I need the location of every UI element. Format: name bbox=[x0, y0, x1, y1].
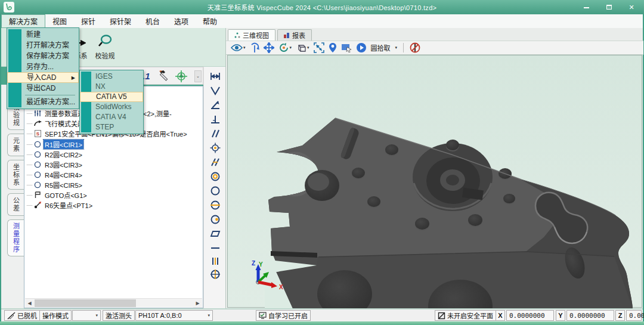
menu-solution[interactable]: 解决方案 bbox=[1, 14, 45, 28]
distance-icon[interactable] bbox=[209, 70, 222, 82]
rotate-view-icon[interactable]: ▾ bbox=[278, 42, 292, 53]
minimize-button[interactable] bbox=[580, 2, 593, 13]
op-mode-select[interactable]: ▾ bbox=[72, 310, 101, 321]
concentricity-icon[interactable] bbox=[209, 171, 222, 182]
tab-3d-view[interactable]: 三维视图 bbox=[228, 29, 275, 41]
flatness-icon[interactable] bbox=[209, 228, 222, 240]
axis-y-label: Y bbox=[259, 261, 263, 268]
menu-item-recent-solutions[interactable]: 最近解决方案... bbox=[7, 97, 79, 107]
angularity-icon[interactable] bbox=[209, 156, 222, 168]
tree-item-circle-r4[interactable]: R4圆<CIR4> bbox=[27, 170, 83, 179]
view-tab-bar: 三维视图 报表 bbox=[226, 29, 312, 41]
menu-item-import-cad[interactable]: 导入CAD▶ bbox=[7, 72, 79, 83]
tree-horizontal-scrollbar[interactable]: ◀ ▶ bbox=[25, 298, 202, 307]
orbit-rotate-icon[interactable] bbox=[250, 42, 259, 53]
play-run-icon[interactable] bbox=[356, 42, 367, 53]
view-toolbar: ▾ ▾ ▾ 圆拾取 ▾ bbox=[226, 41, 643, 55]
tree-item-goto-point[interactable]: GOTO点<G1> bbox=[27, 190, 88, 200]
hammer-icon[interactable] bbox=[158, 70, 171, 85]
angle-between-icon[interactable] bbox=[209, 99, 222, 111]
menu-item-export-cad[interactable]: 导出CAD bbox=[7, 83, 79, 94]
goto-flag-icon bbox=[33, 191, 42, 199]
safety-plane-off-icon bbox=[438, 312, 445, 320]
axis-z-label: Z bbox=[252, 260, 255, 267]
position-icon[interactable] bbox=[209, 142, 222, 154]
menu-item-save-solution[interactable]: 保存解决方案 bbox=[7, 51, 79, 61]
toolbar-overflow-button[interactable]: ⌄ bbox=[194, 70, 202, 82]
tab-tolerance[interactable]: 公差 bbox=[7, 193, 24, 216]
title-bar[interactable]: 天准三坐标系统 VispecCube 2024 <C:\Users\jiaosi… bbox=[0, 0, 644, 14]
scroll-left-arrow[interactable]: ◀ bbox=[25, 299, 34, 308]
zoom-fit-icon[interactable] bbox=[314, 42, 324, 53]
self-learn-icon bbox=[259, 312, 267, 319]
submenu-item-catia-v4[interactable]: CATIA V4 bbox=[80, 112, 143, 122]
menu-view[interactable]: 视图 bbox=[45, 14, 74, 28]
scrollbar-thumb[interactable] bbox=[35, 299, 136, 307]
parallelism-icon[interactable] bbox=[209, 128, 222, 140]
active-probe-select[interactable]: PH10T A:0,B:0▾ bbox=[135, 310, 213, 321]
tree-item-vector-point[interactable]: R6矢量点<PT1> bbox=[27, 200, 94, 210]
submenu-item-iges[interactable]: IGES bbox=[80, 72, 143, 82]
circle-pick-label[interactable]: 圆拾取 bbox=[371, 43, 391, 52]
self-learn-status[interactable]: 自学习已开启 bbox=[256, 310, 311, 321]
menu-help[interactable]: 帮助 bbox=[196, 14, 224, 28]
cad-part-model: Z Y X bbox=[228, 55, 643, 308]
safety-plane-status: 未开启安全平面 bbox=[435, 310, 496, 321]
menu-probe-rack[interactable]: 探针架 bbox=[103, 14, 138, 28]
visibility-eye-icon[interactable]: ▾ bbox=[231, 44, 246, 52]
restore-button[interactable] bbox=[602, 2, 615, 13]
menu-item-open-solution[interactable]: 打开解决方案 bbox=[7, 40, 79, 51]
circle-feature-icon bbox=[33, 161, 42, 169]
circularity-icon[interactable] bbox=[209, 185, 222, 197]
3d-view-icon bbox=[234, 32, 240, 38]
menu-probe[interactable]: 探针 bbox=[74, 14, 103, 28]
straightness-icon[interactable] bbox=[209, 242, 222, 254]
submenu-item-step[interactable]: STEP bbox=[80, 122, 143, 132]
scroll-right-arrow[interactable]: ▶ bbox=[193, 299, 202, 308]
cad-target-icon[interactable] bbox=[175, 70, 188, 85]
tree-item-circle-r3[interactable]: R3圆<CIR3> bbox=[27, 160, 83, 169]
runout-icon[interactable] bbox=[209, 213, 222, 225]
pick-dropdown-arrow[interactable]: ▾ bbox=[395, 45, 398, 50]
offline-status: 已脱机 bbox=[4, 310, 40, 321]
angle-icon[interactable] bbox=[209, 85, 222, 97]
solution-menu: 新建 打开解决方案 保存解决方案 另存为... 导入CAD▶ 导出CAD 最近解… bbox=[7, 27, 79, 109]
tree-item-circle-r5[interactable]: R5圆<CIR5> bbox=[27, 180, 83, 190]
y-axis-label: Y bbox=[556, 310, 565, 321]
3d-viewport[interactable]: Z Y X bbox=[227, 55, 642, 308]
tree-item-circle-r1[interactable]: R1圆<CIR1> bbox=[27, 140, 83, 149]
submenu-item-nx[interactable]: NX bbox=[80, 82, 143, 92]
clip-disabled-icon[interactable] bbox=[410, 42, 420, 53]
menu-item-save-as[interactable]: 另存为... bbox=[7, 61, 79, 72]
tab-measure-program[interactable]: 测量程序 bbox=[7, 219, 24, 256]
verify-gauge-tool[interactable]: 校验规 bbox=[92, 33, 118, 60]
tab-elements[interactable]: 元素 bbox=[7, 134, 24, 156]
tree-item-circle-r2[interactable]: R2圆<CIR2> bbox=[27, 150, 83, 159]
tab-coordinate-systems[interactable]: 坐标系 bbox=[7, 160, 24, 190]
menu-options[interactable]: 选项 bbox=[167, 14, 196, 28]
flight-mode-icon bbox=[33, 120, 42, 128]
y-coordinate-value: 0.0000000 bbox=[566, 310, 614, 321]
pan-move-icon[interactable] bbox=[264, 42, 274, 53]
profile-circle-icon[interactable] bbox=[209, 268, 222, 280]
submenu-item-solidworks[interactable]: SolidWorks bbox=[80, 102, 143, 112]
active-probe-label: 激活测头 bbox=[103, 310, 135, 321]
menu-machine[interactable]: 机台 bbox=[138, 14, 167, 28]
window-select-icon[interactable] bbox=[341, 43, 352, 52]
locate-pin-icon[interactable] bbox=[329, 42, 337, 53]
menu-item-new[interactable]: 新建 bbox=[7, 29, 79, 40]
tab-report[interactable]: 报表 bbox=[277, 29, 312, 41]
op-mode-label: 操作模式 bbox=[39, 310, 72, 321]
view-panel: 三维视图 报表 ▾ ▾ ▾ 圆拾取 ▾ bbox=[225, 28, 643, 308]
safety-plane-icon: S bbox=[33, 130, 42, 138]
submenu-item-catia-v5[interactable]: CATIA V5 bbox=[80, 92, 143, 102]
symmetry-icon[interactable] bbox=[209, 199, 222, 211]
tree-item-flight-mode[interactable]: 飞行模式关闭 bbox=[27, 119, 85, 128]
cube-view-icon[interactable]: ▾ bbox=[296, 42, 309, 53]
submenu-arrow-icon: ▶ bbox=[72, 73, 75, 83]
circle-feature-icon bbox=[33, 171, 42, 179]
magnifier-icon bbox=[92, 33, 118, 51]
perpendicularity-icon[interactable] bbox=[209, 113, 222, 125]
close-button[interactable]: ✕ bbox=[625, 2, 638, 13]
cylindricity-icon[interactable] bbox=[209, 255, 222, 267]
